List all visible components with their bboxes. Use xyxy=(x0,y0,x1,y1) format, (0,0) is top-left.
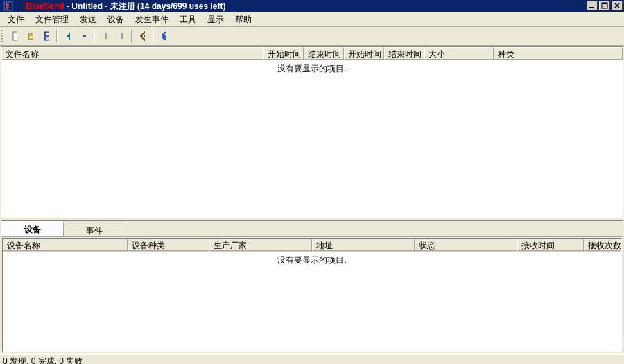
col-start-time-2[interactable]: 开始时间 xyxy=(344,47,384,60)
save-button[interactable] xyxy=(38,28,53,44)
tab-events[interactable]: 事件 xyxy=(63,223,125,236)
col-kind[interactable]: 种类 xyxy=(494,47,623,60)
svg-rect-7 xyxy=(46,37,49,40)
col-start-time-1[interactable]: 开始时间 xyxy=(263,47,304,60)
window-title: BlueSend - Untitled - 未注册 (14 days/699 u… xyxy=(17,0,225,22)
toolbar-separator-3 xyxy=(131,30,132,42)
svg-rect-0 xyxy=(4,2,12,10)
svg-rect-11 xyxy=(121,33,123,39)
svg-rect-10 xyxy=(83,35,86,37)
add-button[interactable] xyxy=(60,28,75,44)
menu-help[interactable]: 帮助 xyxy=(230,12,257,27)
svg-rect-9 xyxy=(67,35,70,37)
svg-point-13 xyxy=(144,35,146,37)
app-icon xyxy=(3,1,14,12)
svg-rect-3 xyxy=(602,3,607,4)
settings-button[interactable] xyxy=(135,28,150,44)
toolbar-separator-2 xyxy=(94,30,94,42)
svg-rect-1 xyxy=(589,7,594,8)
toolbar-separator-4 xyxy=(153,30,153,42)
status-text: 0 发现, 0 完成, 0 失败 xyxy=(3,356,83,365)
bottom-tabs: 设备 事件 xyxy=(1,221,623,237)
device-list-panel: 设备名称 设备种类 生产厂家 地址 状态 接收时间 接收次数 没有要显示的项目. xyxy=(2,238,622,352)
minimize-button[interactable] xyxy=(587,1,598,10)
toolbar-grip[interactable] xyxy=(1,30,4,42)
close-button[interactable] xyxy=(612,1,623,10)
col-file-name[interactable]: 文件名称 xyxy=(1,47,263,60)
file-list-panel: 文件名称 开始时间 结束时间 开始时间 结束时间 大小 种类 没有要显示的项目. xyxy=(1,46,623,218)
open-button[interactable] xyxy=(22,28,37,44)
col-end-time-1[interactable]: 结束时间 xyxy=(304,47,344,60)
toolbar-separator-1 xyxy=(56,30,57,42)
svg-text:?: ? xyxy=(164,33,166,40)
col-device-type[interactable]: 设备种类 xyxy=(128,239,209,251)
col-end-time-2[interactable]: 结束时间 xyxy=(384,47,424,60)
col-manufacturer[interactable]: 生产厂家 xyxy=(209,239,312,251)
svg-rect-4 xyxy=(13,32,17,40)
tab-devices[interactable]: 设备 xyxy=(1,221,64,236)
status-bar: 0 发现, 0 完成, 0 失败 xyxy=(0,354,624,364)
col-status[interactable]: 状态 xyxy=(415,239,517,251)
bottom-panel: 设备 事件 设备名称 设备种类 生产厂家 地址 状态 接收时间 接收次数 没有要… xyxy=(1,220,623,354)
col-device-name[interactable]: 设备名称 xyxy=(3,239,128,251)
stop-button[interactable] xyxy=(113,28,128,44)
file-list-header: 文件名称 开始时间 结束时间 开始时间 结束时间 大小 种类 xyxy=(1,47,623,60)
title-bar: BlueSend - Untitled - 未注册 (14 days/699 u… xyxy=(0,0,624,12)
device-list-body[interactable]: 没有要显示的项目. xyxy=(3,252,621,352)
svg-rect-6 xyxy=(46,33,49,35)
toolbar: ? xyxy=(0,27,624,46)
window-controls xyxy=(585,1,623,10)
content-area: 文件名称 开始时间 结束时间 开始时间 结束时间 大小 种类 没有要显示的项目.… xyxy=(0,46,624,354)
col-recv-count[interactable]: 接收次数 xyxy=(584,239,621,251)
col-size[interactable]: 大小 xyxy=(424,47,494,60)
help-button[interactable]: ? xyxy=(156,28,171,44)
play-button[interactable] xyxy=(97,28,112,44)
col-recv-time[interactable]: 接收时间 xyxy=(517,239,584,251)
file-list-empty-text: 没有要显示的项目. xyxy=(1,60,623,75)
device-list-empty-text: 没有要显示的项目. xyxy=(3,252,621,266)
maximize-button[interactable] xyxy=(599,1,610,10)
col-address[interactable]: 地址 xyxy=(312,239,415,251)
remove-button[interactable] xyxy=(76,28,91,44)
new-file-button[interactable] xyxy=(6,28,21,44)
file-list-body[interactable]: 没有要显示的项目. xyxy=(1,60,623,217)
device-list-header: 设备名称 设备种类 生产厂家 地址 状态 接收时间 接收次数 xyxy=(3,239,621,252)
